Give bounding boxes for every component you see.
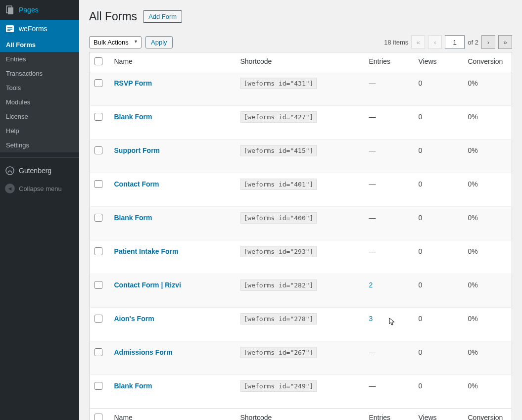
page-current-input[interactable] — [445, 35, 465, 49]
form-name-link[interactable]: Support Form — [114, 146, 160, 154]
th-shortcode: Shortcode — [236, 52, 364, 72]
sidebar-subitem[interactable]: All Forms — [0, 38, 79, 52]
page-prev-button[interactable]: ‹ — [428, 35, 442, 49]
tf-entries: Entries — [364, 409, 414, 420]
entries-value: — — [369, 113, 376, 121]
views-value: 0 — [419, 281, 423, 289]
gutenberg-icon — [5, 166, 15, 176]
row-checkbox[interactable] — [95, 180, 102, 188]
row-checkbox[interactable] — [95, 146, 102, 154]
select-all-checkbox[interactable] — [95, 57, 102, 65]
form-name-link[interactable]: Blank Form — [114, 382, 152, 390]
conversion-value: 0% — [468, 79, 478, 87]
row-checkbox[interactable] — [95, 348, 102, 356]
row-checkbox[interactable] — [95, 79, 102, 87]
row-checkbox[interactable] — [95, 315, 102, 323]
sidebar-subitem[interactable]: Transactions — [0, 66, 79, 81]
form-shortcode[interactable]: [weforms id="282"] — [240, 280, 317, 291]
entries-value: — — [369, 79, 376, 87]
sidebar-subitem[interactable]: Tools — [0, 81, 79, 95]
form-shortcode[interactable]: [weforms id="293"] — [240, 246, 317, 257]
views-value: 0 — [419, 113, 423, 121]
sidebar-item-weforms[interactable]: weForms — [0, 20, 79, 38]
views-value: 0 — [419, 146, 423, 154]
views-value: 0 — [419, 382, 423, 390]
sidebar-subitem[interactable]: Settings — [0, 138, 79, 152]
collapse-label: Collapse menu — [19, 185, 62, 192]
form-shortcode[interactable]: [weforms id="415"] — [240, 145, 317, 156]
form-shortcode[interactable]: [weforms id="249"] — [240, 380, 317, 392]
conversion-value: 0% — [468, 315, 478, 323]
row-checkbox[interactable] — [95, 214, 102, 222]
table-row: Patient Intake Form[weforms id="293"]—00… — [90, 240, 512, 274]
entries-value: — — [369, 348, 376, 356]
sidebar-subitem[interactable]: Modules — [0, 95, 79, 109]
views-value: 0 — [419, 247, 423, 255]
weforms-icon — [5, 24, 15, 34]
form-name-link[interactable]: Blank Form — [114, 113, 152, 121]
views-value: 0 — [419, 180, 423, 188]
bulk-actions-select[interactable]: Bulk Actions — [90, 37, 141, 48]
bulk-apply-button[interactable]: Apply — [145, 36, 173, 48]
entries-value: — — [369, 247, 376, 255]
conversion-value: 0% — [468, 113, 478, 121]
bulk-actions-top: Bulk Actions Apply — [89, 36, 173, 48]
form-shortcode[interactable]: [weforms id="427"] — [240, 111, 317, 123]
sidebar-subitem[interactable]: Entries — [0, 52, 79, 66]
views-value: 0 — [419, 348, 423, 356]
sidebar-item-pages[interactable]: Pages — [0, 0, 79, 20]
form-name-link[interactable]: Patient Intake Form — [114, 247, 179, 255]
conversion-value: 0% — [468, 247, 478, 255]
tf-name[interactable]: Name — [109, 409, 236, 420]
row-checkbox[interactable] — [95, 382, 102, 390]
tf-views: Views — [414, 409, 463, 420]
form-name-link[interactable]: Contact Form | Rizvi — [114, 281, 181, 289]
svg-rect-1 — [8, 7, 13, 14]
form-name-link[interactable]: Aion's Form — [114, 315, 154, 323]
page-next-button[interactable]: › — [481, 35, 495, 49]
form-name-link[interactable]: Admissions Form — [114, 348, 173, 356]
row-checkbox[interactable] — [95, 113, 102, 121]
views-value: 0 — [419, 79, 423, 87]
form-shortcode[interactable]: [weforms id="267"] — [240, 347, 317, 358]
row-checkbox[interactable] — [95, 281, 102, 289]
table-row: Support Form[weforms id="415"]—00% — [90, 140, 512, 173]
table-footer-row: Name Shortcode Entries Views Conversion — [90, 409, 512, 420]
collapse-icon: ◄ — [5, 184, 15, 193]
forms-table: Name Shortcode Entries Views Conversion … — [89, 52, 512, 420]
page-last-button[interactable]: » — [498, 35, 512, 49]
form-shortcode[interactable]: [weforms id="431"] — [240, 78, 317, 89]
page-first-button[interactable]: « — [411, 35, 425, 49]
sidebar-subitem[interactable]: Help — [0, 124, 79, 138]
admin-sidebar: Pages weForms All FormsEntriesTransactio… — [0, 0, 79, 420]
sidebar-subitem[interactable]: License — [0, 109, 79, 124]
table-row: Contact Form[weforms id="401"]—00% — [90, 173, 512, 207]
weforms-submenu: All FormsEntriesTransactionsToolsModules… — [0, 38, 79, 152]
form-shortcode[interactable]: [weforms id="401"] — [240, 179, 317, 190]
conversion-value: 0% — [468, 281, 478, 289]
entries-value: — — [369, 146, 376, 154]
pagination-top: 18 items « ‹ of 2 › » — [384, 35, 512, 49]
sidebar-item-gutenberg[interactable]: Gutenberg — [0, 162, 79, 180]
collapse-menu[interactable]: ◄ Collapse menu — [0, 180, 79, 197]
conversion-value: 0% — [468, 382, 478, 390]
entries-value[interactable]: 3 — [369, 315, 373, 323]
form-name-link[interactable]: Blank Form — [114, 214, 152, 222]
sidebar-label: weForms — [19, 25, 47, 33]
form-name-link[interactable]: Contact Form — [114, 180, 159, 188]
tf-shortcode: Shortcode — [236, 409, 364, 420]
page-of-text: of 2 — [468, 39, 478, 46]
form-name-link[interactable]: RSVP Form — [114, 79, 152, 87]
page-header: All Forms Add Form — [89, 5, 512, 32]
form-shortcode[interactable]: [weforms id="400"] — [240, 212, 317, 224]
tf-conversion: Conversion — [463, 409, 512, 420]
views-value: 0 — [419, 214, 423, 222]
th-name[interactable]: Name — [109, 52, 236, 72]
entries-value[interactable]: 2 — [369, 281, 373, 289]
row-checkbox[interactable] — [95, 247, 102, 255]
page-title: All Forms — [89, 10, 137, 23]
form-shortcode[interactable]: [weforms id="278"] — [240, 313, 317, 325]
add-form-button[interactable]: Add Form — [143, 10, 182, 23]
svg-rect-2 — [6, 25, 14, 32]
select-all-checkbox-footer[interactable] — [95, 414, 102, 420]
